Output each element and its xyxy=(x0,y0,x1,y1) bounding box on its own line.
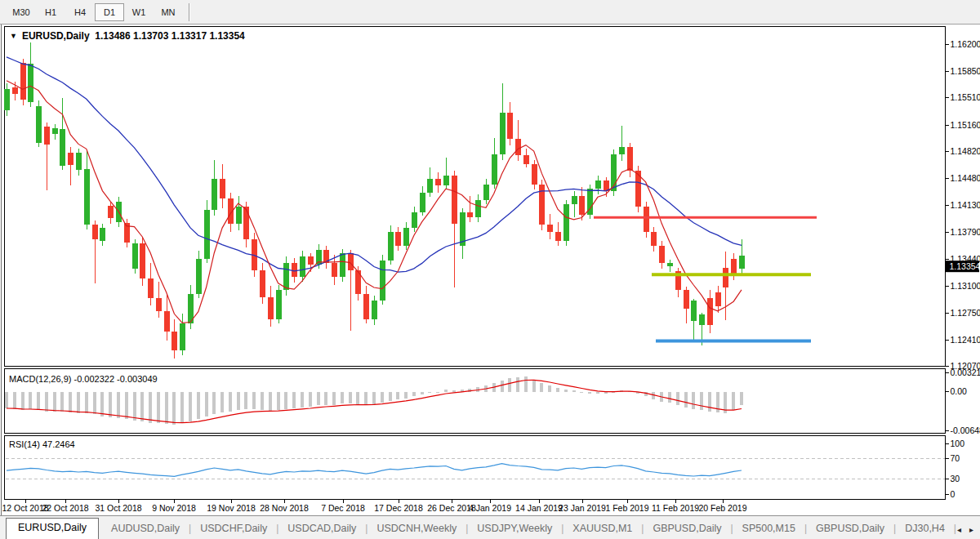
chart-tabs: EURUSD,DailyAUDUSD,Daily|USDCHF,Daily|US… xyxy=(0,516,957,539)
svg-text:20 Feb 2019: 20 Feb 2019 xyxy=(699,503,747,513)
svg-text:19 Nov 2018: 19 Nov 2018 xyxy=(207,503,256,513)
toolbar-separator xyxy=(189,3,190,21)
timeframe-toolbar: M30H1H4D1W1MN xyxy=(0,0,980,24)
tab-eurusd-daily[interactable]: EURUSD,Daily xyxy=(6,518,99,539)
chart-title: ▼EURUSD,Daily 1.13486 1.13703 1.13317 1.… xyxy=(10,30,245,42)
svg-text:1.13100: 1.13100 xyxy=(951,281,980,291)
svg-text:1 Feb 2019: 1 Feb 2019 xyxy=(605,503,648,513)
tab-gbpusd-daily[interactable]: GBPUSD,Daily xyxy=(807,519,893,539)
collapse-triangle-icon[interactable]: ▼ xyxy=(10,32,17,40)
tab-gbpusd-daily[interactable]: GBPUSD,Daily xyxy=(644,519,730,539)
svg-text:1.15510: 1.15510 xyxy=(951,92,980,102)
tab-dj30-h4[interactable]: DJ30,H4 xyxy=(896,519,954,539)
timeframe-buttons: M30H1H4D1W1MN xyxy=(7,3,196,21)
svg-text:1.15160: 1.15160 xyxy=(951,120,980,130)
svg-text:1.13354: 1.13354 xyxy=(950,261,980,271)
chart-tab-bar: EURUSD,DailyAUDUSD,Daily|USDCHF,Daily|US… xyxy=(0,515,980,539)
rsi-grid xyxy=(6,459,945,479)
svg-text:17 Dec 2018: 17 Dec 2018 xyxy=(374,503,423,513)
svg-text:31 Oct 2018: 31 Oct 2018 xyxy=(95,503,141,513)
chart-window: 1.162001.158501.155101.151601.148201.144… xyxy=(0,24,980,515)
svg-text:30: 30 xyxy=(951,474,960,483)
chart-canvas[interactable]: 1.162001.158501.155101.151601.148201.144… xyxy=(0,24,980,515)
rsi-indicator-label: RSI(14) 47.2464 xyxy=(9,439,75,449)
timeframe-button-m30[interactable]: M30 xyxy=(7,3,36,21)
macd-indicator-label: MACD(12,26,9) -0.002322 -0.003049 xyxy=(9,374,158,384)
svg-text:70: 70 xyxy=(951,453,960,463)
svg-text:23 Jan 2019: 23 Jan 2019 xyxy=(559,503,606,513)
svg-text:1.13790: 1.13790 xyxy=(951,227,980,237)
svg-text:11 Feb 2019: 11 Feb 2019 xyxy=(652,503,699,513)
svg-text:0.00: 0.00 xyxy=(951,386,968,396)
svg-text:100: 100 xyxy=(951,439,965,448)
indicator-scales[interactable]: 0.0032160.00-0.00648510070300 xyxy=(946,368,980,500)
price-scale[interactable]: 1.162001.158501.155101.151601.148201.144… xyxy=(946,39,980,372)
rsi-line xyxy=(7,464,742,477)
svg-text:1.14480: 1.14480 xyxy=(951,173,980,183)
current-price-box: 1.13354 xyxy=(945,261,980,272)
svg-text:4 Jan 2019: 4 Jan 2019 xyxy=(469,503,511,513)
timeframe-button-h1[interactable]: H1 xyxy=(36,3,65,21)
svg-text:1.15850: 1.15850 xyxy=(951,66,980,76)
tab-usdchf-daily[interactable]: USDCHF,Daily xyxy=(191,519,276,539)
tab-scroll-arrows: ◂ ▸ xyxy=(957,525,980,539)
macd-histogram xyxy=(5,376,743,425)
tab-usdjpy-weekly[interactable]: USDJPY,Weekly xyxy=(468,519,561,539)
svg-text:0.003216: 0.003216 xyxy=(951,368,980,377)
svg-text:1.16200: 1.16200 xyxy=(951,39,980,49)
tab-usdcnh-weekly[interactable]: USDCNH,Weekly xyxy=(368,519,466,539)
svg-text:1.12410: 1.12410 xyxy=(951,335,980,345)
svg-text:14 Jan 2019: 14 Jan 2019 xyxy=(515,503,563,513)
svg-text:7 Dec 2018: 7 Dec 2018 xyxy=(321,503,365,513)
svg-text:28 Nov 2018: 28 Nov 2018 xyxy=(260,503,309,513)
timeframe-button-w1[interactable]: W1 xyxy=(124,3,154,21)
chart-ohlc-readout: 1.13486 1.13703 1.13317 1.13354 xyxy=(95,30,245,42)
candlestick-series xyxy=(4,42,745,359)
svg-text:0: 0 xyxy=(951,489,956,499)
timeframe-button-mn[interactable]: MN xyxy=(154,3,183,21)
tab-xauusd-m1[interactable]: XAUUSD,M1 xyxy=(564,519,641,539)
svg-text:-0.006485: -0.006485 xyxy=(951,425,980,435)
level-lines[interactable] xyxy=(594,217,817,341)
tab-audusd-daily[interactable]: AUDUSD,Daily xyxy=(102,519,189,539)
svg-text:9 Nov 2018: 9 Nov 2018 xyxy=(152,503,196,513)
svg-text:1.12750: 1.12750 xyxy=(951,308,980,318)
tab-sp500-m15[interactable]: SP500,M15 xyxy=(733,519,804,539)
tab-scroll-left-icon[interactable]: ◂ xyxy=(957,525,961,534)
chart-symbol-period: EURUSD,Daily xyxy=(22,30,90,42)
svg-text:22 Oct 2018: 22 Oct 2018 xyxy=(42,503,88,513)
tab-usdcad-daily[interactable]: USDCAD,Daily xyxy=(278,519,365,539)
svg-text:1.14820: 1.14820 xyxy=(951,146,980,156)
svg-text:1.14130: 1.14130 xyxy=(951,200,980,210)
timeframe-button-h4[interactable]: H4 xyxy=(65,3,95,21)
tab-scroll-right-icon[interactable]: ▸ xyxy=(969,525,973,534)
date-scale[interactable]: 12 Oct 201822 Oct 201831 Oct 20189 Nov 2… xyxy=(2,500,746,514)
ma-fast-line xyxy=(7,81,742,323)
timeframe-button-d1[interactable]: D1 xyxy=(95,3,124,21)
